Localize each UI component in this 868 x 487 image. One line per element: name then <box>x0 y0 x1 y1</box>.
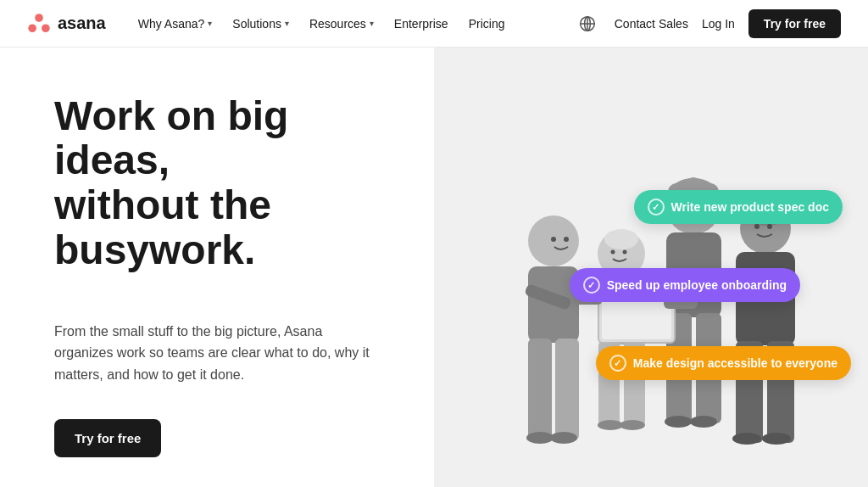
badge-2: ✓ Speed up employee onboarding <box>570 268 800 302</box>
hero-description: From the small stuff to the big picture,… <box>54 321 376 386</box>
svg-point-32 <box>598 420 623 430</box>
svg-point-36 <box>732 433 761 445</box>
svg-point-35 <box>690 416 717 428</box>
svg-point-33 <box>620 420 645 430</box>
badge-3: ✓ Make design accessible to everyone <box>596 346 851 380</box>
hero-left: Work on big ideas, without the busywork.… <box>0 48 434 487</box>
svg-point-44 <box>754 224 760 229</box>
hero-right: ✓ Write new product spec doc ✓ Speed up … <box>434 48 868 487</box>
nav-link-resources[interactable]: Resources ▾ <box>301 12 382 36</box>
svg-point-31 <box>550 432 577 444</box>
contact-sales-link[interactable]: Contact Sales <box>615 17 688 31</box>
svg-rect-9 <box>528 339 552 440</box>
nav-link-solutions[interactable]: Solutions ▾ <box>224 12 298 36</box>
logo-text: asana <box>58 14 106 33</box>
asana-logo-icon <box>27 12 51 36</box>
svg-point-39 <box>564 237 569 242</box>
hero-section: Work on big ideas, without the busywork.… <box>0 48 868 487</box>
check-icon-1: ✓ <box>648 199 665 216</box>
globe-icon <box>579 15 596 32</box>
check-icon-2: ✓ <box>583 277 600 294</box>
svg-point-15 <box>604 229 638 249</box>
svg-point-38 <box>551 237 556 242</box>
svg-point-41 <box>623 250 627 255</box>
svg-point-40 <box>611 250 615 255</box>
chevron-down-icon: ▾ <box>370 19 374 28</box>
nav-left: asana Why Asana? ▾ Solutions ▾ Resources… <box>27 12 513 36</box>
svg-point-37 <box>762 433 791 445</box>
chevron-down-icon: ▾ <box>208 19 212 28</box>
svg-point-1 <box>28 24 36 32</box>
login-link[interactable]: Log In <box>702 17 735 31</box>
try-for-free-button-hero[interactable]: Try for free <box>54 419 161 457</box>
nav-link-why-asana[interactable]: Why Asana? ▾ <box>130 12 221 36</box>
nav-link-pricing[interactable]: Pricing <box>460 12 514 36</box>
svg-point-45 <box>767 224 772 229</box>
svg-point-0 <box>35 14 43 22</box>
navbar: asana Why Asana? ▾ Solutions ▾ Resources… <box>0 0 868 48</box>
chevron-down-icon: ▾ <box>285 19 289 28</box>
nav-links: Why Asana? ▾ Solutions ▾ Resources ▾ Ent… <box>130 12 514 36</box>
nav-link-enterprise[interactable]: Enterprise <box>386 12 457 36</box>
nav-right: Contact Sales Log In Try for free <box>574 9 841 38</box>
language-button[interactable] <box>574 10 601 37</box>
svg-point-34 <box>665 416 692 428</box>
hero-heading: Work on big ideas, without the busywork. <box>54 94 393 273</box>
check-icon-3: ✓ <box>609 355 626 372</box>
svg-point-2 <box>42 24 50 32</box>
svg-point-30 <box>526 432 554 444</box>
logo[interactable]: asana <box>27 12 106 36</box>
badge-1: ✓ Write new product spec doc <box>634 190 843 224</box>
svg-rect-10 <box>555 339 579 440</box>
try-for-free-button-nav[interactable]: Try for free <box>748 9 841 38</box>
